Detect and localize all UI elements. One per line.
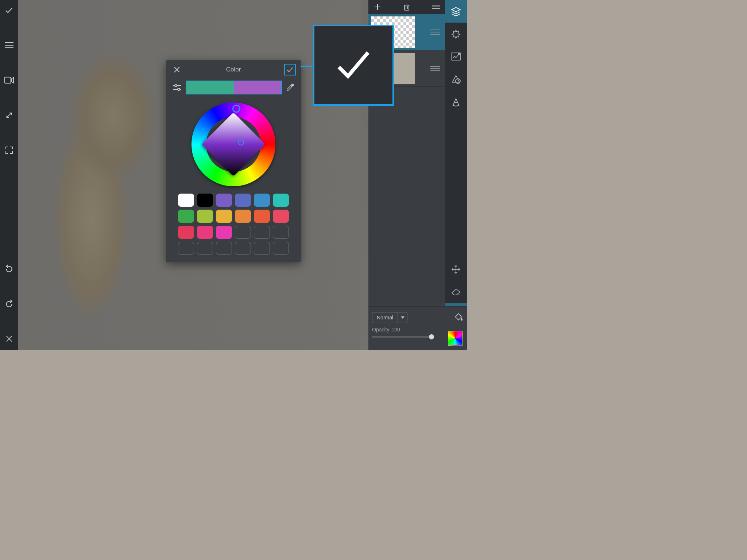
left-toolbar — [0, 0, 18, 350]
color-swatch[interactable] — [216, 194, 232, 207]
svg-line-5 — [7, 113, 12, 118]
dropdown-caret-icon — [398, 312, 407, 323]
opacity-slider[interactable] — [372, 336, 434, 338]
svg-point-38 — [178, 88, 180, 90]
svg-point-39 — [292, 84, 294, 86]
callout-highlight — [313, 25, 394, 106]
hue-wheel[interactable] — [191, 102, 275, 186]
value-cursor[interactable] — [238, 140, 244, 145]
layers-stack-icon[interactable] — [445, 0, 467, 23]
empty-swatch[interactable] — [235, 242, 251, 255]
callout-connector — [301, 66, 314, 67]
empty-swatch[interactable] — [273, 242, 289, 255]
shapes-icon[interactable] — [445, 68, 467, 90]
saturation-diamond[interactable] — [201, 112, 265, 176]
current-color — [234, 81, 281, 94]
color-swatch[interactable] — [197, 210, 213, 223]
popover-title: Color — [166, 66, 301, 73]
eraser-icon[interactable] — [445, 281, 467, 303]
opacity-label: Opacity — [372, 327, 389, 332]
empty-swatch[interactable] — [254, 226, 270, 239]
svg-rect-10 — [405, 5, 409, 10]
color-swatch[interactable] — [216, 226, 232, 239]
color-swatch[interactable] — [197, 226, 213, 239]
color-swatch[interactable] — [178, 226, 194, 239]
color-popover: Color — [166, 60, 301, 262]
color-swatch[interactable] — [197, 194, 213, 207]
color-chip[interactable] — [448, 331, 462, 346]
empty-swatch[interactable] — [197, 242, 213, 255]
drag-handle-icon[interactable] — [430, 30, 440, 35]
fullscreen-icon[interactable] — [4, 145, 14, 155]
sliders-icon[interactable] — [173, 84, 182, 91]
svg-marker-4 — [12, 78, 14, 83]
text-icon[interactable] — [445, 90, 467, 113]
color-compare-swatch[interactable] — [186, 81, 281, 94]
swatch-grid — [166, 194, 301, 255]
color-swatch[interactable] — [235, 210, 251, 223]
eyedropper-icon[interactable] — [286, 83, 294, 92]
layer-menu-icon[interactable] — [430, 4, 441, 9]
color-swatch[interactable] — [273, 210, 289, 223]
empty-swatch[interactable] — [235, 226, 251, 239]
hue-cursor[interactable] — [232, 105, 240, 113]
redo-icon[interactable] — [4, 299, 14, 308]
move-icon[interactable] — [445, 258, 467, 281]
popover-confirm-icon[interactable] — [285, 65, 295, 75]
previous-color — [186, 81, 234, 94]
empty-swatch[interactable] — [216, 242, 232, 255]
empty-swatch[interactable] — [178, 242, 194, 255]
blend-mode-label: Normal — [372, 315, 398, 320]
empty-swatch[interactable] — [254, 242, 270, 255]
color-swatch[interactable] — [273, 194, 289, 207]
svg-marker-32 — [401, 316, 405, 319]
close-icon[interactable] — [4, 334, 14, 343]
menu-icon[interactable] — [4, 40, 14, 50]
delete-layer-icon[interactable] — [401, 3, 412, 11]
effects-icon[interactable] — [445, 23, 467, 45]
svg-point-36 — [175, 85, 177, 87]
layers-header — [368, 0, 445, 14]
adjustments-icon[interactable] — [445, 45, 467, 68]
color-swatch[interactable] — [235, 194, 251, 207]
opacity-value: 100 — [391, 327, 400, 332]
popover-close-icon[interactable] — [172, 65, 182, 75]
drag-handle-icon[interactable] — [430, 66, 440, 71]
color-swatch[interactable] — [178, 194, 194, 207]
svg-rect-3 — [5, 77, 11, 83]
confirm-icon[interactable] — [4, 5, 14, 15]
video-icon[interactable] — [4, 75, 14, 85]
svg-marker-18 — [452, 8, 460, 12]
color-swatch[interactable] — [254, 210, 270, 223]
add-layer-icon[interactable] — [372, 3, 383, 11]
color-swatch[interactable] — [216, 210, 232, 223]
svg-marker-19 — [452, 30, 460, 39]
color-swatch[interactable] — [254, 194, 270, 207]
right-toolbar — [445, 0, 467, 326]
empty-swatch[interactable] — [273, 226, 289, 239]
bucket-icon[interactable] — [454, 312, 463, 323]
expand-icon[interactable] — [4, 110, 14, 120]
slider-thumb[interactable] — [429, 334, 434, 339]
blend-mode-select[interactable]: Normal — [372, 312, 407, 323]
color-swatch[interactable] — [178, 210, 194, 223]
undo-icon[interactable] — [4, 264, 14, 273]
layer-properties: Normal Opacity 100 — [368, 306, 467, 350]
